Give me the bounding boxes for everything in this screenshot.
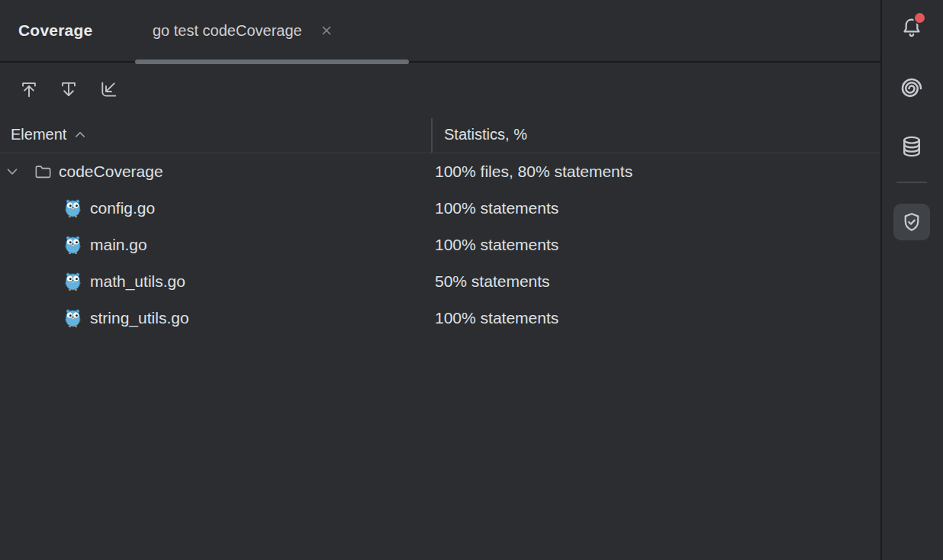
tree-item-label: codeCoverage	[59, 163, 163, 181]
go-gopher-icon	[65, 309, 81, 328]
scroll-to-top-button[interactable]	[18, 79, 40, 100]
table-row-main-go[interactable]: main.go 100% statements	[0, 227, 880, 263]
column-separator[interactable]	[431, 118, 433, 153]
go-gopher-icon	[65, 272, 81, 291]
import-button[interactable]	[98, 79, 119, 100]
column-header-statistics[interactable]: Statistics, %	[444, 126, 527, 143]
scroll-to-top-arrow-icon	[18, 79, 40, 100]
right-tool-strip	[880, 0, 941, 560]
panel-header: Coverage go test codeCoverage	[0, 0, 880, 63]
database-icon	[900, 134, 924, 159]
tool-strip-divider	[896, 182, 927, 183]
column-element-label: Element	[11, 126, 66, 143]
go-gopher-icon	[65, 236, 81, 255]
tree-item-label: main.go	[90, 236, 147, 254]
ai-assistant-swirl-icon	[900, 76, 924, 101]
notification-badge-dot	[913, 11, 926, 24]
coverage-tool-window: Coverage go test codeCoverage	[0, 0, 943, 560]
table-row-math-utils-go[interactable]: math_utils.go 50% statements	[0, 263, 880, 300]
table-header: Element Statistics, %	[0, 116, 880, 153]
tree-item-label: math_utils.go	[90, 272, 185, 291]
row-statistics: 50% statements	[435, 272, 550, 291]
coverage-tree: codeCoverage 100% files, 80% statements	[0, 153, 880, 336]
folder-icon	[34, 163, 53, 182]
database-button[interactable]	[896, 131, 927, 162]
table-row-codecoverage[interactable]: codeCoverage 100% files, 80% statements	[0, 153, 880, 190]
panel-title: Coverage	[18, 21, 92, 40]
tab-go-test-codecoverage[interactable]: go test codeCoverage	[135, 0, 409, 61]
tree-item-label: string_utils.go	[90, 309, 189, 327]
column-header-element[interactable]: Element	[11, 126, 85, 143]
scroll-to-bottom-button[interactable]	[58, 79, 79, 100]
sort-ascending-icon	[75, 131, 85, 138]
coverage-shield-button-selected[interactable]	[893, 204, 930, 240]
tree-item-label: config.go	[90, 199, 155, 217]
row-statistics: 100% files, 80% statements	[435, 163, 632, 181]
table-row-string-utils-go[interactable]: string_utils.go 100% statements	[0, 300, 880, 336]
import-down-left-arrow-icon	[98, 79, 119, 100]
tree-expand-chevron[interactable]	[6, 166, 18, 178]
scroll-to-bottom-arrow-icon	[58, 79, 79, 100]
close-icon	[319, 23, 334, 38]
row-statistics: 100% statements	[435, 236, 558, 254]
chevron-down-icon	[6, 168, 18, 175]
notifications-button[interactable]	[896, 12, 927, 43]
ai-assistant-button[interactable]	[896, 73, 927, 104]
tab-selected-underline	[135, 60, 409, 64]
tab-label: go test codeCoverage	[153, 22, 302, 40]
coverage-toolbar	[0, 63, 880, 116]
coverage-main-panel: Coverage go test codeCoverage	[0, 0, 880, 560]
row-statistics: 100% statements	[435, 199, 558, 217]
shield-check-icon	[900, 211, 923, 233]
table-row-config-go[interactable]: config.go 100% statements	[0, 190, 880, 227]
tab-close-button[interactable]	[318, 22, 335, 39]
go-gopher-icon	[65, 199, 81, 218]
row-statistics: 100% statements	[435, 309, 558, 327]
